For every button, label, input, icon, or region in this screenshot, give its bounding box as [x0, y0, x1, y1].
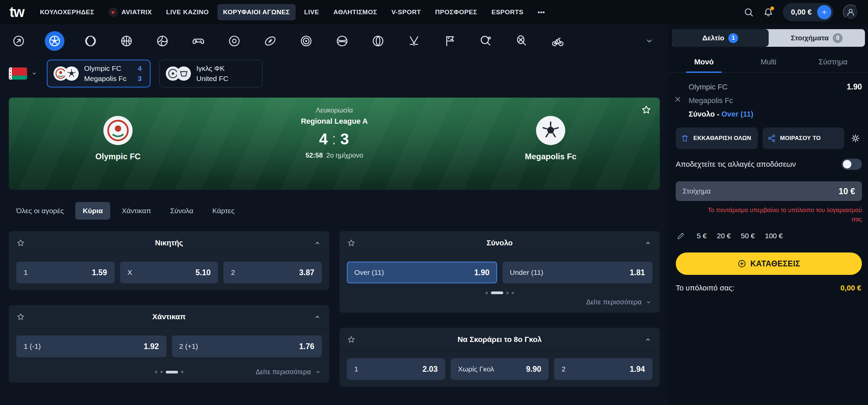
stake-error-message: Το ποντάρισμα υπερβαίνει το υπόλοιπο του… [669, 201, 868, 224]
tab-cards[interactable]: Κάρτες [205, 202, 242, 220]
darts-icon[interactable] [296, 31, 316, 51]
mode-single[interactable]: Μονό [672, 52, 736, 73]
notifications-bell-icon[interactable] [763, 7, 773, 17]
american-football-icon[interactable] [260, 31, 280, 51]
tab-main[interactable]: Κύρια [75, 202, 110, 220]
carousel-dot-active[interactable] [491, 291, 503, 294]
odds-button-under[interactable]: Under (11)1.81 [502, 262, 653, 283]
betslip-selection: Olympic FC 1.90 Megapolis Fc Σύνολο - Ov… [669, 73, 868, 121]
odds-button-goal8-none[interactable]: Χωρίς Γκολ9.90 [451, 358, 549, 380]
nav-item-live[interactable]: LIVE [298, 4, 325, 20]
racing-icon[interactable] [440, 31, 460, 51]
nav-more-button[interactable]: ••• [532, 4, 551, 20]
remove-selection-icon[interactable] [674, 95, 682, 103]
tab-my-bets[interactable]: Στοιχήματα 0 [769, 29, 865, 47]
table-tennis-icon[interactable] [476, 31, 496, 51]
esports-icon[interactable] [189, 31, 208, 51]
event-chip-selected[interactable]: Olympic FC4 Megapolis Fc3 [47, 60, 151, 87]
chip-home-team: Ιγκλς ΦΚ [196, 64, 225, 73]
nav-item-aviatrix[interactable]: AVIATRIX [103, 3, 158, 21]
carousel-dot[interactable] [486, 292, 488, 294]
deposit-plus-icon[interactable] [817, 5, 831, 19]
wallet-balance: 0,00 € [791, 8, 812, 17]
brand-logo[interactable]: tw [9, 4, 24, 20]
odds-button-x[interactable]: X5.10 [120, 262, 218, 283]
accept-odds-toggle[interactable] [842, 159, 862, 170]
volleyball-icon[interactable] [153, 31, 172, 51]
basketball-icon[interactable] [117, 31, 136, 51]
soccer-icon[interactable] [45, 31, 64, 51]
stake-value: 10 € [839, 186, 855, 196]
away-team-name: Megapolis Fc [525, 152, 576, 161]
deposit-button[interactable]: ΚΑΤΑΘΕΣΕΙΣ [676, 252, 862, 275]
nav-item-promotions[interactable]: ΠΡΟΣΦΟΡΕΣ [429, 4, 483, 20]
stake-input[interactable]: Στοίχημα 10 € [676, 181, 862, 201]
top-events-icon[interactable] [9, 31, 28, 51]
favorite-market-star-icon[interactable] [347, 335, 356, 344]
odds-button-goal8-1[interactable]: 12.03 [347, 358, 445, 380]
quick-stake-50[interactable]: 50 € [741, 232, 755, 240]
odds-button-1[interactable]: 11.59 [16, 262, 115, 283]
market-title: Χάντικαπ [9, 312, 329, 321]
carousel-dot[interactable] [155, 371, 157, 373]
handball-icon[interactable] [368, 31, 388, 51]
favorite-market-star-icon[interactable] [347, 239, 356, 247]
quick-stake-100[interactable]: 100 € [765, 232, 783, 240]
odds-button-handicap-1[interactable]: 1 (-1)1.92 [16, 336, 166, 357]
favorite-match-star-icon[interactable] [641, 104, 652, 116]
see-more-link[interactable]: Δείτε περισσότερα [256, 368, 322, 376]
profile-avatar-icon[interactable] [843, 4, 859, 20]
nav-item-slots[interactable]: ΚΟΥΛΟΧΕΡΗΔΕΣ [34, 4, 100, 20]
nav-item-sports[interactable]: ΑΘΛΗΤΙΣΜΟΣ [328, 4, 383, 20]
chevron-down-icon [645, 299, 652, 306]
mode-system[interactable]: Σύστημα [801, 52, 865, 73]
event-chip-logos [53, 66, 79, 81]
collapse-chevron-up-icon[interactable] [644, 239, 652, 247]
country-flag-filter[interactable] [9, 67, 38, 80]
carousel-dot[interactable] [506, 292, 509, 294]
see-more-link[interactable]: Δείτε περισσότερα [586, 298, 652, 306]
top-actions: 0,00 € [744, 3, 859, 21]
collapse-chevron-up-icon[interactable] [313, 239, 322, 247]
nav-item-esports[interactable]: ESPORTS [486, 4, 529, 20]
market-category-tabs: Όλες οι αγορές Κύρια Χάντικαπ Σύνολα Κάρ… [0, 190, 669, 220]
billiards-icon[interactable] [224, 31, 244, 51]
ice-hockey-icon[interactable] [404, 31, 424, 51]
nav-item-top-matches[interactable]: ΚΟΡΥΦΑΙΟΙ ΑΓΩΝΕΣ [217, 4, 296, 20]
favorite-market-star-icon[interactable] [16, 312, 25, 321]
tab-betslip[interactable]: Δελτίο 1 [672, 29, 769, 47]
mode-multi[interactable]: Multi [736, 52, 801, 73]
padel-icon[interactable] [512, 31, 532, 51]
quick-stake-5[interactable]: 5 € [697, 232, 707, 240]
tab-handicap[interactable]: Χάντικαπ [114, 202, 158, 220]
odds-button-2[interactable]: 23.87 [223, 262, 322, 283]
tab-all-markets[interactable]: Όλες οι αγορές [9, 202, 71, 220]
carousel-dot[interactable] [160, 371, 163, 373]
carousel-dot[interactable] [512, 292, 514, 294]
settings-gear-icon[interactable] [849, 132, 862, 145]
odds-button-goal8-2[interactable]: 21.94 [554, 358, 652, 380]
carousel-dot[interactable] [181, 371, 183, 373]
selection-home-team: Olympic FC [689, 83, 728, 92]
quick-stake-20[interactable]: 20 € [717, 232, 731, 240]
odds-button-over-selected[interactable]: Over (11)1.90 [347, 262, 497, 283]
collapse-chevron-up-icon[interactable] [644, 335, 652, 344]
wallet-balance-pill[interactable]: 0,00 € [783, 3, 833, 21]
search-icon[interactable] [744, 7, 754, 17]
collapse-chevron-up-icon[interactable] [313, 312, 322, 321]
share-bet-button[interactable]: ΜΟΙΡΑΣΟΥ ΤΟ [763, 127, 845, 149]
tab-totals[interactable]: Σύνολα [163, 202, 201, 220]
nav-item-vsport[interactable]: V-SPORT [386, 4, 427, 20]
favorite-market-star-icon[interactable] [16, 239, 25, 247]
carousel-dot-active[interactable] [166, 371, 178, 373]
event-chip-other[interactable]: Ιγκλς ΦΚ United FC [159, 60, 262, 87]
bowls-icon[interactable] [332, 31, 352, 51]
nav-item-live-casino[interactable]: LIVE ΚΑΖΙΝΟ [160, 4, 215, 20]
more-sports-chevron-icon[interactable] [644, 35, 655, 47]
odds-button-handicap-2[interactable]: 2 (+1)1.76 [172, 336, 322, 357]
cycling-icon[interactable] [548, 31, 568, 51]
clear-all-button[interactable]: ΕΚΚΑΘΑΡΙΣΗ ΟΛΩΝ [676, 127, 758, 149]
selection-market: Σύνολο - [689, 110, 719, 118]
edit-stake-pencil-icon[interactable] [676, 231, 685, 240]
cricket-icon[interactable] [81, 31, 100, 51]
